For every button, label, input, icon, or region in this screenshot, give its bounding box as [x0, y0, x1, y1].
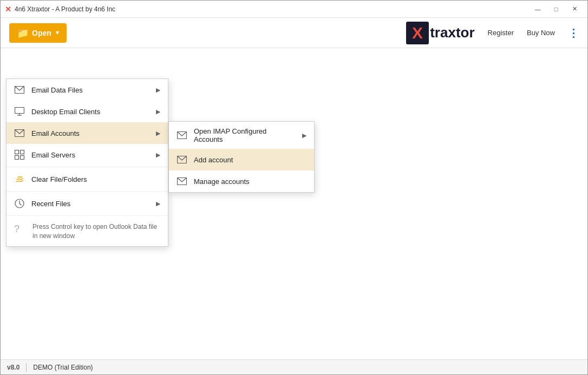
email-servers-icon [14, 149, 25, 160]
svg-rect-10 [15, 150, 19, 154]
add-account-icon [177, 154, 187, 165]
buy-now-button[interactable]: Buy Now [527, 29, 555, 37]
menu-item-recent-files[interactable]: Recent Files ▶ [6, 193, 168, 214]
imap-arrow-icon: ▶ [302, 132, 306, 139]
arrow-icon: ▶ [156, 108, 160, 115]
imap-icon [177, 130, 187, 141]
arrow-icon: ▶ [156, 130, 160, 137]
menu-item-email-data-files-label: Email Data Files [31, 86, 149, 94]
menu-item-hint: ? Press Control key to open Outlook Data… [6, 217, 168, 246]
submenu-item-open-imap-label: Open IMAP Configured Accounts [194, 127, 296, 143]
submenu-item-add-account[interactable]: Add account [169, 149, 314, 170]
toolbar: 📁 Open ▾ X traxtor Register Buy Now ⋮ [1, 18, 587, 48]
brand-area: X traxtor Register Buy Now ⋮ [406, 22, 579, 44]
close-button[interactable]: ✕ [566, 2, 583, 17]
open-button[interactable]: 📁 Open ▾ [9, 23, 67, 43]
title-bar: ✕ 4n6 Xtraxtor - A Product by 4n6 Inc — … [1, 1, 587, 18]
email-accounts-icon [14, 128, 25, 139]
arrow-icon: ▶ [156, 152, 160, 159]
submenu-item-manage-accounts-label: Manage accounts [194, 177, 250, 186]
status-text: DEMO (Trial Edition) [33, 364, 93, 371]
open-dropdown-menu: Email Data Files ▶ Desktop Email Clients… [6, 78, 168, 247]
status-bar: v8.0 DEMO (Trial Edition) [1, 359, 587, 374]
menu-item-recent-files-label: Recent Files [31, 200, 149, 208]
submenu-item-open-imap[interactable]: Open IMAP Configured Accounts ▶ [169, 122, 314, 149]
maximize-button[interactable]: □ [547, 2, 565, 17]
svg-rect-12 [15, 156, 19, 160]
open-button-label: Open [32, 29, 51, 37]
email-data-files-icon [14, 84, 25, 95]
menu-item-email-data-files[interactable]: Email Data Files ▶ [6, 79, 168, 101]
menu-divider [6, 167, 168, 167]
menu-item-email-servers-label: Email Servers [31, 151, 149, 159]
folder-icon: 📁 [17, 27, 29, 39]
window-controls: — □ ✕ [529, 2, 583, 17]
hint-text: Press Control key to open Outlook Data f… [32, 222, 160, 241]
main-content: Email Data Files ▶ Desktop Email Clients… [1, 48, 587, 360]
menu-item-desktop-email-clients[interactable]: Desktop Email Clients ▶ [6, 101, 168, 122]
svg-rect-3 [15, 108, 24, 114]
submenu-item-add-account-label: Add account [194, 156, 233, 164]
arrow-icon: ▶ [156, 87, 160, 94]
hint-icon: ? [14, 223, 19, 235]
menu-item-email-accounts-label: Email Accounts [31, 129, 149, 137]
menu-item-clear-files-folders[interactable]: Clear File/Folders [6, 168, 168, 190]
email-accounts-submenu: Open IMAP Configured Accounts ▶ Add acco… [168, 121, 315, 193]
register-button[interactable]: Register [488, 29, 514, 37]
svg-text:X: X [412, 24, 423, 42]
svg-rect-13 [21, 156, 24, 160]
manage-accounts-icon [177, 176, 187, 187]
arrow-icon: ▶ [156, 200, 160, 207]
version-label: v8.0 [7, 364, 19, 371]
svg-rect-11 [21, 150, 24, 154]
menu-divider-3 [6, 215, 168, 216]
title-bar-text: 4n6 Xtraxtor - A Product by 4n6 Inc [15, 5, 529, 13]
logo-text: traxtor [430, 24, 474, 41]
app-icon: ✕ [5, 5, 11, 14]
menu-item-email-accounts[interactable]: Email Accounts ▶ Open IMAP Configured Ac… [6, 122, 168, 144]
chevron-down-icon: ▾ [56, 29, 59, 36]
more-options-button[interactable]: ⋮ [568, 28, 579, 38]
minimize-button[interactable]: — [529, 2, 546, 17]
logo-x-icon: X [406, 22, 429, 44]
submenu-item-manage-accounts[interactable]: Manage accounts [169, 170, 314, 192]
status-divider [26, 363, 27, 372]
menu-item-email-servers[interactable]: Email Servers ▶ [6, 144, 168, 166]
recent-files-icon [14, 198, 25, 209]
menu-item-clear-files-label: Clear File/Folders [31, 175, 160, 183]
desktop-email-clients-icon [14, 106, 25, 117]
clear-files-icon [14, 174, 25, 185]
app-logo: X traxtor [406, 22, 474, 44]
menu-item-desktop-email-clients-label: Desktop Email Clients [31, 108, 149, 116]
menu-divider-2 [6, 191, 168, 192]
